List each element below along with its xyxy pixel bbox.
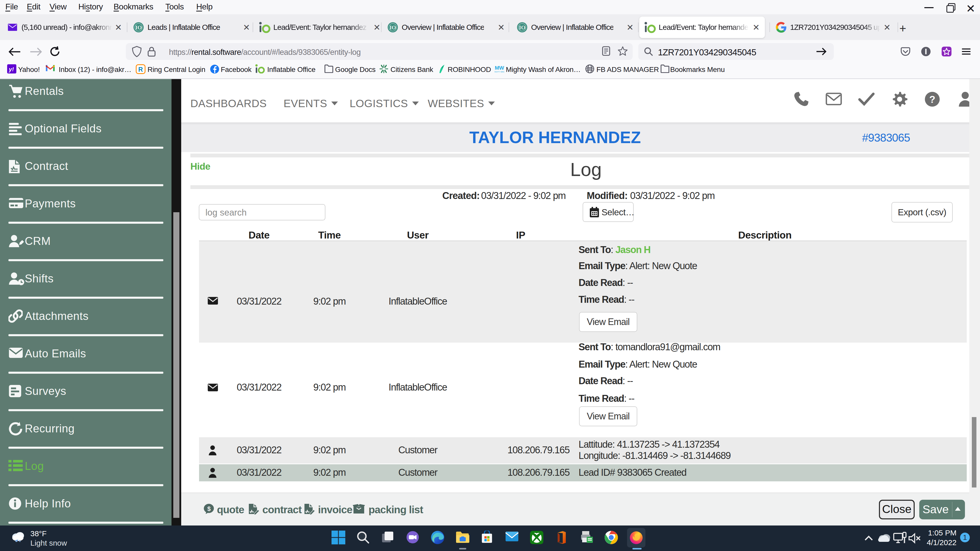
svg-text:IO: IO	[519, 24, 525, 30]
svg-text:IO: IO	[390, 24, 396, 30]
svg-text:R: R	[138, 66, 143, 73]
svg-text:IO: IO	[135, 24, 142, 30]
svg-text:MW: MW	[495, 65, 504, 71]
svg-text:y!: y!	[8, 66, 14, 73]
svg-text:MIGHTY WASH: MIGHTY WASH	[495, 71, 504, 73]
svg-text:?: ?	[929, 94, 935, 105]
